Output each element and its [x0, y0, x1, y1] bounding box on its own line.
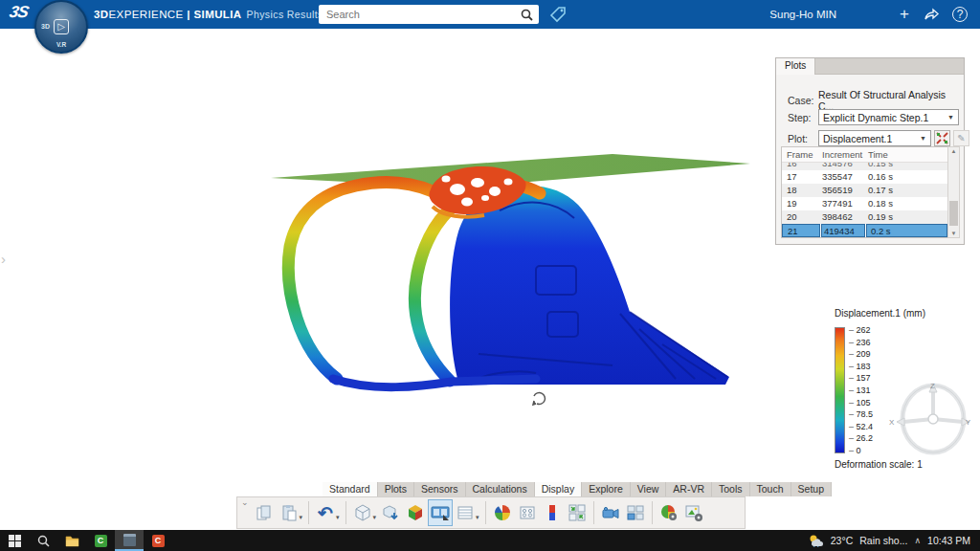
plots-panel-tabstrip: Plots: [776, 58, 964, 75]
brand-separator: |: [187, 9, 190, 20]
col-time: Time: [864, 147, 948, 162]
clock-label[interactable]: 10:43 PM: [927, 535, 970, 546]
tab-explore[interactable]: Explore: [582, 482, 631, 496]
action-toolbar: ⌄ ▾ ↶ ▾ ▾ ▾: [236, 496, 746, 529]
taskbar-search-button[interactable]: [29, 530, 57, 551]
table-row-selected[interactable]: 21 419434 0.2 s: [782, 224, 948, 237]
camera-icon[interactable]: [598, 499, 623, 526]
tab-plots[interactable]: Plots: [776, 58, 815, 75]
compass-vr-label[interactable]: V.R: [56, 41, 66, 48]
image-settings-icon[interactable]: [681, 499, 706, 526]
tab-calculations[interactable]: Calculations: [466, 482, 535, 496]
frames-table[interactable]: Frame Increment Time 16 314576 0.15 s 17…: [781, 146, 949, 238]
tab-plots[interactable]: Plots: [378, 482, 414, 496]
animation-frames-icon[interactable]: [428, 499, 453, 526]
plot-dropdown[interactable]: Displacement.1 ▼: [818, 130, 931, 146]
share-icon[interactable]: [919, 0, 944, 29]
step-label: Step:: [788, 112, 818, 123]
tab-view[interactable]: View: [631, 482, 667, 496]
help-icon[interactable]: ?: [947, 0, 972, 29]
dassault-logo-icon: 3S: [8, 3, 30, 22]
scroll-up-icon[interactable]: ▲: [948, 148, 959, 154]
action-bar-tabs: Standard Plots Sensors Calculations Disp…: [323, 482, 832, 496]
brand-experience: EXPERIENCE: [109, 9, 184, 20]
export-view-icon[interactable]: [378, 499, 403, 526]
legend-title: Displacement.1 (mm): [835, 308, 964, 319]
green-app-icon: C: [95, 535, 107, 547]
legend-color-bar: [835, 327, 845, 453]
contour-legend: Displacement.1 (mm) 26223620918315713110…: [835, 308, 964, 470]
tab-standard[interactable]: Standard: [323, 482, 378, 496]
plots-panel: Plots Case: Result Of Structural Analysi…: [775, 57, 965, 245]
camtasia-app-button[interactable]: C: [86, 530, 115, 551]
table-row[interactable]: 17 335547 0.16 s: [782, 170, 948, 184]
pencil-icon: ✎: [957, 133, 965, 143]
tab-setup[interactable]: Setup: [791, 482, 832, 496]
3dexperience-compass[interactable]: 3D ▷ V.R: [34, 0, 88, 54]
color-settings-icon[interactable]: [657, 499, 681, 526]
weather-label[interactable]: Rain sho...: [859, 535, 907, 546]
legend-values: 26223620918315713110578.552.426.20: [849, 325, 873, 455]
table-scrollbar[interactable]: ▲ ▼: [947, 146, 960, 238]
section-cut-icon[interactable]: [490, 499, 515, 526]
paste-icon[interactable]: [277, 499, 301, 526]
tab-display[interactable]: Display: [535, 482, 582, 496]
panel-expander-chevron-icon[interactable]: ›: [1, 251, 6, 267]
base-frame: [333, 379, 536, 387]
search-box[interactable]: [319, 5, 539, 24]
tab-touch[interactable]: Touch: [750, 482, 791, 496]
plot-label: Plot:: [788, 133, 818, 144]
tab-ar-vr[interactable]: AR-VR: [666, 482, 712, 496]
step-dropdown[interactable]: Explicit Dynamic Step.1 ▼: [818, 109, 959, 125]
deformation-scale-label: Deformation scale: 1: [835, 459, 964, 470]
table-row[interactable]: 19 377491 0.18 s: [782, 197, 948, 210]
red-app-button[interactable]: C: [144, 530, 172, 551]
tab-sensors[interactable]: Sensors: [414, 482, 466, 496]
start-button[interactable]: [0, 530, 29, 551]
viewports-icon[interactable]: [515, 499, 540, 526]
temperature-label[interactable]: 23°C: [831, 535, 853, 546]
spectrum-icon: [936, 132, 948, 144]
render-style-icon[interactable]: [403, 499, 428, 526]
chevron-down-icon: ▼: [944, 114, 954, 121]
case-label: Case:: [788, 95, 818, 106]
tray-expand-icon[interactable]: ∧: [914, 536, 921, 545]
list-view-icon[interactable]: [453, 499, 478, 526]
fringe-colors-icon[interactable]: [540, 499, 565, 526]
user-name[interactable]: Sung-Ho MIN: [769, 0, 836, 29]
scrollbar-thumb[interactable]: [949, 201, 958, 226]
active-app-icon: [123, 534, 136, 546]
edit-plot-button[interactable]: ✎: [953, 130, 969, 146]
search-icon: [37, 535, 50, 547]
sync-views-icon[interactable]: [565, 499, 590, 526]
windows-logo-icon: [9, 535, 21, 547]
search-icon[interactable]: [521, 9, 533, 21]
iso-view-icon[interactable]: [350, 499, 375, 526]
folder-icon: [65, 535, 79, 547]
y-axis-label: Y: [966, 418, 971, 427]
compass-3d-label[interactable]: 3D: [41, 23, 50, 30]
active-app-button[interactable]: [115, 530, 144, 551]
toolbar-collapse-icon[interactable]: ⌄: [241, 497, 249, 507]
file-explorer-button[interactable]: [57, 530, 86, 551]
search-input[interactable]: [319, 9, 521, 20]
table-row[interactable]: 18 356519 0.17 s: [782, 184, 948, 197]
undo-icon[interactable]: ↶: [313, 499, 338, 526]
brand-simulia: SIMULIA: [194, 9, 242, 20]
col-increment: Increment: [820, 147, 864, 162]
tag-icon[interactable]: [547, 4, 568, 25]
table-row[interactable]: 16 314576 0.15 s: [782, 163, 948, 170]
tab-tools[interactable]: Tools: [712, 482, 750, 496]
scroll-down-icon[interactable]: ▼: [948, 231, 959, 236]
table-header-row: Frame Increment Time: [782, 147, 948, 163]
add-button[interactable]: +: [892, 0, 917, 29]
top-bar: 3S 3DEXPERIENCE | SIMULIAPhysics Results…: [0, 0, 980, 29]
red-app-icon: C: [152, 535, 165, 547]
table-row[interactable]: 20 398462 0.19 s: [782, 210, 948, 224]
compass-play-icon[interactable]: ▷: [54, 19, 69, 34]
col-frame: Frame: [782, 147, 820, 162]
multi-view-icon[interactable]: [623, 499, 648, 526]
spectrum-options-button[interactable]: [934, 130, 950, 146]
rotate-cursor-icon: [533, 393, 545, 405]
copy-icon[interactable]: [252, 499, 277, 526]
